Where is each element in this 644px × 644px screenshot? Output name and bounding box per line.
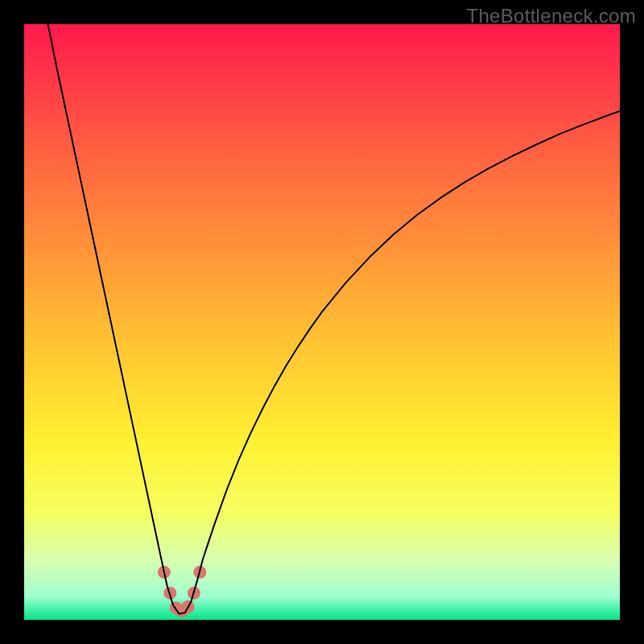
bottleneck-curve <box>48 24 620 614</box>
chart-container: TheBottleneck.com <box>0 0 644 644</box>
watermark: TheBottleneck.com <box>466 5 636 27</box>
plot-area <box>24 24 620 620</box>
curve-layer <box>24 24 620 620</box>
